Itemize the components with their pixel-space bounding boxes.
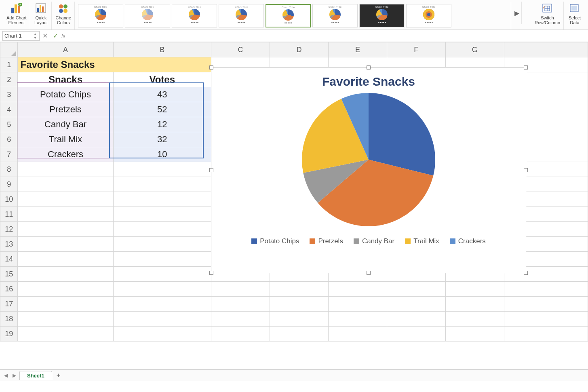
cell[interactable] xyxy=(18,192,113,207)
col-header-A[interactable]: A xyxy=(18,42,113,57)
cell[interactable] xyxy=(328,327,387,341)
cell[interactable] xyxy=(328,297,387,312)
gallery-next-button[interactable]: ▶ xyxy=(512,2,522,24)
cell[interactable]: Trail Mix xyxy=(18,132,113,147)
legend-item[interactable]: Crackers xyxy=(450,237,486,245)
cell[interactable]: Favorite Snacks xyxy=(18,57,211,72)
row-header[interactable]: 13 xyxy=(0,237,18,252)
col-header-D[interactable]: D xyxy=(270,42,328,57)
row-header[interactable]: 19 xyxy=(0,327,18,341)
chart-style-thumb[interactable]: Chart Title■ ■ ■ ■ ■ xyxy=(406,4,451,27)
cell[interactable] xyxy=(113,207,211,222)
cell[interactable] xyxy=(113,327,211,341)
cell[interactable] xyxy=(387,297,445,312)
cell[interactable] xyxy=(113,192,211,207)
cell[interactable] xyxy=(445,297,504,312)
resize-handle[interactable] xyxy=(524,271,528,275)
cell[interactable] xyxy=(18,327,113,341)
cell[interactable] xyxy=(504,312,588,327)
chart-style-thumb[interactable]: Chart Title■ ■ ■ ■ ■ xyxy=(125,4,170,27)
legend-item[interactable]: Pretzels xyxy=(310,237,343,245)
cell[interactable] xyxy=(270,297,328,312)
name-box-stepper[interactable]: ▲▼ xyxy=(34,32,38,40)
chart-style-thumb[interactable]: Chart Title■ ■ ■ ■ ■ xyxy=(172,4,217,27)
resize-handle[interactable] xyxy=(367,271,371,275)
row-header[interactable]: 15 xyxy=(0,267,18,282)
tab-nav-prev[interactable]: ◀ xyxy=(2,373,9,378)
cell[interactable] xyxy=(504,297,588,312)
cell[interactable] xyxy=(18,177,113,192)
cell[interactable] xyxy=(445,312,504,327)
row-header[interactable]: 8 xyxy=(0,162,18,177)
accept-formula-button[interactable]: ✓ xyxy=(50,32,61,40)
cell[interactable] xyxy=(18,222,113,237)
chart-style-thumb[interactable]: Chart Title■ ■ ■ ■ ■ xyxy=(78,4,123,27)
cell[interactable]: 32 xyxy=(113,132,211,147)
row-header[interactable]: 5 xyxy=(0,117,18,132)
cell[interactable] xyxy=(18,237,113,252)
row-header[interactable]: 18 xyxy=(0,312,18,327)
row-header[interactable]: 7 xyxy=(0,147,18,162)
cell[interactable] xyxy=(504,282,588,297)
resize-handle[interactable] xyxy=(524,65,528,70)
cell[interactable] xyxy=(18,312,113,327)
cell[interactable] xyxy=(18,162,113,177)
resize-handle[interactable] xyxy=(524,168,528,172)
chart-style-thumb[interactable]: Chart Title■ ■ ■ ■ ■ xyxy=(359,4,405,27)
fx-icon[interactable]: fx xyxy=(61,33,65,39)
row-header[interactable]: 11 xyxy=(0,207,18,222)
cell[interactable]: 10 xyxy=(113,147,211,162)
sheet-tab[interactable]: Sheet1 xyxy=(19,371,52,380)
row-header[interactable]: 16 xyxy=(0,282,18,297)
cell[interactable]: Candy Bar xyxy=(18,117,113,132)
col-header-E[interactable]: E xyxy=(328,42,387,57)
cell[interactable] xyxy=(445,327,504,341)
legend-item[interactable]: Trail Mix xyxy=(405,237,439,245)
row-header[interactable]: 1 xyxy=(0,57,18,72)
cell[interactable] xyxy=(328,312,387,327)
cell[interactable] xyxy=(270,282,328,297)
cell[interactable] xyxy=(113,252,211,267)
add-chart-element-button[interactable]: + Add Chart Element xyxy=(3,2,30,30)
row-header[interactable]: 17 xyxy=(0,297,18,312)
resize-handle[interactable] xyxy=(367,65,371,70)
cell[interactable] xyxy=(18,282,113,297)
cell[interactable]: 43 xyxy=(113,87,211,102)
cell[interactable] xyxy=(387,282,445,297)
cancel-formula-button[interactable]: ✕ xyxy=(40,32,50,40)
cell[interactable] xyxy=(211,327,270,341)
cell[interactable] xyxy=(445,282,504,297)
chart-title[interactable]: Favorite Snacks xyxy=(211,67,526,91)
cell[interactable] xyxy=(211,312,270,327)
cell[interactable] xyxy=(113,297,211,312)
cell[interactable] xyxy=(211,297,270,312)
cell[interactable] xyxy=(113,267,211,282)
row-header[interactable]: 12 xyxy=(0,222,18,237)
cell[interactable] xyxy=(113,177,211,192)
cell[interactable] xyxy=(18,267,113,282)
tab-nav-next[interactable]: ▶ xyxy=(11,373,18,378)
cell[interactable] xyxy=(270,327,328,341)
cell[interactable] xyxy=(328,282,387,297)
cell[interactable]: Crackers xyxy=(18,147,113,162)
select-data-button[interactable]: Select Data xyxy=(565,2,585,30)
cell[interactable]: Potato Chips xyxy=(18,87,113,102)
resize-handle[interactable] xyxy=(209,65,213,70)
cell[interactable] xyxy=(18,297,113,312)
cell[interactable] xyxy=(387,327,445,341)
cell[interactable] xyxy=(270,312,328,327)
col-header-C[interactable]: C xyxy=(211,42,270,57)
row-header[interactable]: 3 xyxy=(0,87,18,102)
pie-chart[interactable] xyxy=(211,91,526,228)
cell[interactable]: 52 xyxy=(113,102,211,117)
row-header[interactable]: 10 xyxy=(0,192,18,207)
row-header[interactable]: 6 xyxy=(0,132,18,147)
chart-style-thumb[interactable]: Chart Title■ ■ ■ ■ ■ xyxy=(312,4,358,27)
cell[interactable] xyxy=(211,282,270,297)
resize-handle[interactable] xyxy=(209,271,213,275)
chart-legend[interactable]: Potato ChipsPretzelsCandy BarTrail MixCr… xyxy=(211,228,526,249)
cell[interactable] xyxy=(18,207,113,222)
cell[interactable]: 12 xyxy=(113,117,211,132)
row-header[interactable]: 4 xyxy=(0,102,18,117)
formula-input[interactable] xyxy=(65,31,588,41)
